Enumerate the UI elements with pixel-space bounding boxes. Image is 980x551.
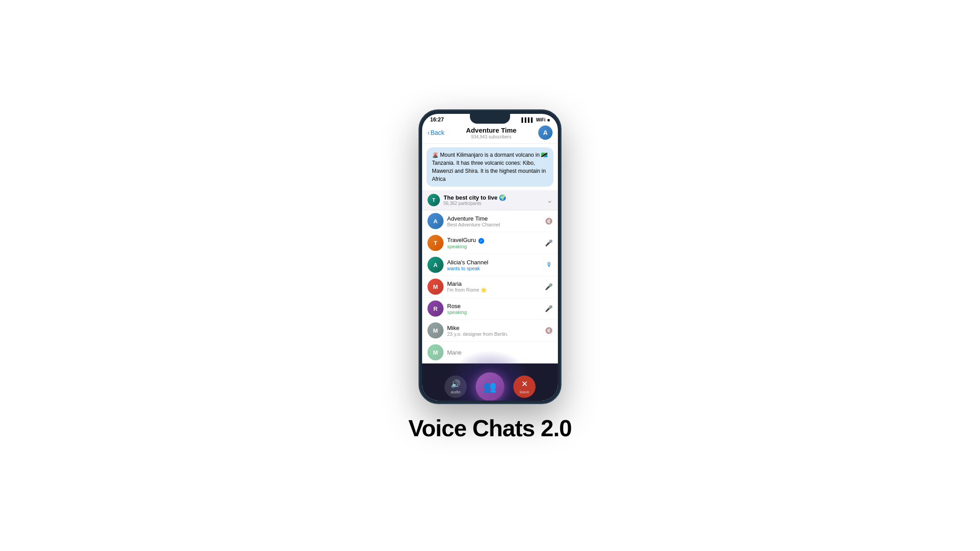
- participant-status: 23 y.o. designer from Berlin.: [447, 331, 541, 337]
- participant-info: TravelGuru ✓ speaking: [447, 237, 541, 249]
- participant-item[interactable]: A Alicia's Channel wants to speak 🎙: [422, 254, 558, 276]
- participant-info: Marie: [447, 349, 553, 356]
- chevron-down-icon[interactable]: ⌄: [547, 196, 553, 205]
- participant-info: Mike 23 y.o. designer from Berlin.: [447, 325, 541, 337]
- phone-container: 16:27 ▌▌▌▌ WiFi ■ ‹ Back Adventure Time …: [419, 109, 561, 404]
- message-text: 🌋 Mount Kilimanjaro is a dormant volcano…: [432, 152, 548, 182]
- page-title-section: Voice Chats 2.0: [408, 415, 572, 442]
- participant-avatar: M: [427, 322, 444, 338]
- nav-channel-name: Adventure Time: [444, 126, 538, 134]
- participant-name: Alicia's Channel: [447, 259, 543, 266]
- participant-status: speaking: [447, 309, 541, 315]
- participant-item[interactable]: M Marie: [422, 342, 558, 363]
- phone-screen: 16:27 ▌▌▌▌ WiFi ■ ‹ Back Adventure Time …: [422, 114, 558, 401]
- nav-avatar-letter: A: [538, 125, 553, 140]
- back-label: Back: [431, 129, 444, 136]
- voice-chat-name: The best city to live 🌍: [444, 194, 543, 201]
- participant-avatar: A: [427, 257, 444, 273]
- control-buttons: 🔊 audio 👥 ✕ leave: [444, 372, 536, 401]
- mic-icon: 🎙: [546, 261, 553, 268]
- participant-item[interactable]: T TravelGuru ✓ speaking 🎤: [422, 232, 558, 254]
- speak-button[interactable]: 👥: [476, 372, 504, 401]
- nav-avatar[interactable]: A: [538, 125, 553, 140]
- participant-info: Alicia's Channel wants to speak: [447, 259, 543, 271]
- leave-icon: ✕: [521, 379, 528, 389]
- status-time: 16:27: [430, 117, 444, 123]
- bottom-controls: 🔊 audio 👥 ✕ leave You asked to speak we …: [422, 363, 558, 401]
- participant-info: Maria I'm from Rome 🌟: [447, 280, 541, 293]
- participant-avatar: T: [427, 235, 444, 251]
- nav-channel-subscribers: 934,943 subscribers: [444, 134, 538, 139]
- chevron-left-icon: ‹: [427, 129, 430, 136]
- status-icons: ▌▌▌▌ WiFi ■: [522, 117, 550, 122]
- mic-icon: 🎤: [545, 305, 553, 312]
- participant-item[interactable]: M Mike 23 y.o. designer from Berlin. 🔇: [422, 320, 558, 342]
- participants-list: A Adventure Time Best Adventure Channel …: [422, 210, 558, 363]
- leave-button[interactable]: ✕ leave: [513, 376, 536, 398]
- wifi-icon: WiFi: [536, 117, 545, 122]
- participant-name: Mike: [447, 325, 541, 331]
- mic-icon: 🔇: [545, 327, 553, 334]
- participant-status: Best Adventure Channel: [447, 222, 541, 227]
- participant-name: Maria: [447, 280, 541, 287]
- mic-icon: 🎤: [545, 239, 553, 246]
- nav-bar: ‹ Back Adventure Time 934,943 subscriber…: [422, 124, 558, 144]
- voice-chat-avatar: T: [427, 194, 440, 206]
- voice-chat-header[interactable]: T The best city to live 🌍 56,362 partici…: [422, 190, 558, 210]
- nav-center: Adventure Time 934,943 subscribers: [444, 126, 538, 139]
- leave-label: leave: [519, 390, 529, 394]
- phone-notch: [470, 114, 510, 124]
- back-button[interactable]: ‹ Back: [427, 129, 444, 136]
- participant-status: wants to speak: [447, 266, 543, 271]
- participant-name: Adventure Time: [447, 215, 541, 222]
- participant-name: TravelGuru ✓: [447, 237, 541, 244]
- participant-avatar: M: [427, 344, 444, 360]
- voice-chat-count: 56,362 participants: [444, 201, 543, 206]
- participant-item[interactable]: M Maria I'm from Rome 🌟 🎤: [422, 276, 558, 298]
- battery-icon: ■: [547, 117, 550, 122]
- participant-status: speaking: [447, 244, 541, 249]
- voice-chat-info: The best city to live 🌍 56,362 participa…: [444, 194, 543, 206]
- participant-name: Rose: [447, 303, 541, 309]
- verified-badge: ✓: [478, 238, 484, 244]
- participant-item[interactable]: R Rose speaking 🎤: [422, 298, 558, 320]
- mic-icon: 🎤: [545, 283, 553, 290]
- audio-label: audio: [451, 390, 461, 394]
- signal-icon: ▌▌▌▌: [522, 117, 534, 122]
- participant-info: Adventure Time Best Adventure Channel: [447, 215, 541, 227]
- participant-avatar: A: [427, 213, 444, 229]
- participant-avatar: M: [427, 279, 444, 295]
- participant-name: Marie: [447, 349, 553, 356]
- participant-status: I'm from Rome 🌟: [447, 287, 541, 293]
- mic-icon: 🔇: [545, 217, 553, 225]
- page-wrapper: 16:27 ▌▌▌▌ WiFi ■ ‹ Back Adventure Time …: [0, 0, 980, 551]
- audio-button[interactable]: 🔊 audio: [444, 376, 467, 398]
- voice-chat-icon: 👥: [483, 380, 497, 393]
- page-main-title: Voice Chats 2.0: [408, 415, 572, 442]
- participant-info: Rose speaking: [447, 303, 541, 315]
- message-bubble: 🌋 Mount Kilimanjaro is a dormant volcano…: [427, 147, 553, 187]
- audio-icon: 🔊: [451, 379, 461, 389]
- participant-avatar: R: [427, 301, 444, 317]
- participant-item[interactable]: A Adventure Time Best Adventure Channel …: [422, 210, 558, 232]
